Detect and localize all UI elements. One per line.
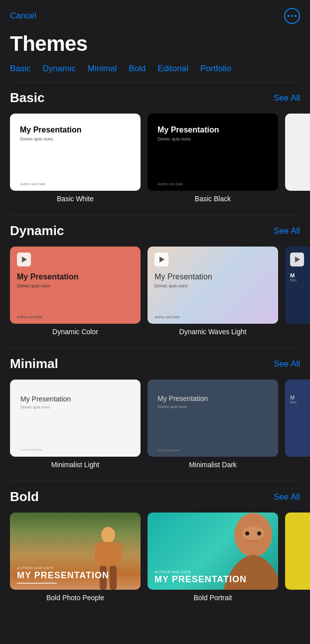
tab-basic[interactable]: Basic <box>10 64 31 74</box>
bold-people-line <box>17 583 57 584</box>
bold-portrait-title: MY PRESENTATION <box>155 575 247 584</box>
bold-portrait-label: Bold Portrait <box>193 594 232 602</box>
dynamic-dark-partial-card[interactable]: M Don <box>285 247 310 336</box>
basic-black-thumb-sub: Donec quis nunc <box>157 136 268 141</box>
minimalist-light-thumb: My Presentation Donec quis nunc Author a… <box>10 380 141 457</box>
minimalist-partial-thumb: M Don <box>285 380 310 457</box>
bold-cards-row: Author and Date MY PRESENTATION Bold Pho… <box>0 513 310 602</box>
dynamic-waves-light-card[interactable]: My Presentation Donec quis nunc Author a… <box>148 247 278 336</box>
cancel-button[interactable]: Cancel <box>10 11 36 21</box>
section-basic: Basic See All My Presentation Donec quis… <box>0 82 310 215</box>
dynamic-color-card[interactable]: My Presentation Donec quis nunc Author a… <box>10 247 141 336</box>
minimal-cards-row: My Presentation Donec quis nunc Author a… <box>0 380 310 469</box>
basic-white-thumb-footer: Author and Date <box>20 182 45 186</box>
dynamic-color-thumb: My Presentation Donec quis nunc Author a… <box>10 247 141 324</box>
play-triangle-icon <box>22 257 27 262</box>
tab-minimal[interactable]: Minimal <box>88 64 117 74</box>
tab-bold[interactable]: Bold <box>129 64 146 74</box>
dynamic-see-all[interactable]: See All <box>274 226 300 236</box>
minimalist-partial-thumb-sub: Don <box>290 400 310 404</box>
minimalist-light-card[interactable]: My Presentation Donec quis nunc Author a… <box>10 380 141 469</box>
basic-white-card[interactable]: My Presentation Donec quis nunc Author a… <box>10 114 141 203</box>
dynamic-color-thumb-title: My Presentation <box>17 272 134 281</box>
tab-editorial[interactable]: Editorial <box>157 64 188 74</box>
svg-rect-2 <box>95 543 102 563</box>
minimalist-light-thumb-sub: Donec quis nunc <box>20 405 130 409</box>
bold-portrait-card[interactable]: Author and Date MY PRESENTATION Bold Por… <box>148 513 278 602</box>
minimalist-partial-card[interactable]: M Don <box>285 380 310 469</box>
dynamic-waves-thumb-footer: Author and Date <box>155 315 180 319</box>
basic-white-label: Basic White <box>57 195 94 203</box>
page-title: Themes <box>0 28 310 64</box>
basic-black-label: Basic Black <box>195 195 231 203</box>
basic-black-thumb-title: My Presentation <box>157 126 268 134</box>
bold-people-thumb: Author and Date MY PRESENTATION <box>10 513 141 590</box>
svg-rect-1 <box>100 542 117 567</box>
minimalist-dark-label: Minimalist Dark <box>189 461 237 469</box>
basic-white-thumb-title: My Presentation <box>20 126 131 134</box>
bold-portrait-meta: Author and Date <box>155 570 247 574</box>
minimalist-dark-thumb-title: My Presentation <box>157 394 268 402</box>
bold-people-meta: Author and Date <box>17 566 109 570</box>
minimalist-light-thumb-title: My Presentation <box>20 395 130 403</box>
svg-rect-5 <box>110 566 117 590</box>
dynamic-color-label: Dynamic Color <box>52 328 98 336</box>
section-dynamic-title: Dynamic <box>10 223 64 239</box>
dynamic-waves-thumb-title: My Presentation <box>155 272 271 281</box>
minimalist-dark-thumb-footer: Author and Date <box>157 449 179 452</box>
dynamic-dark-thumb-title: M <box>290 272 310 278</box>
section-minimal-header: Minimal See All <box>0 356 310 380</box>
category-tabs: Basic Dynamic Minimal Bold Editorial Por… <box>0 64 310 82</box>
bold-portrait-text: Author and Date MY PRESENTATION <box>155 570 247 584</box>
minimalist-dark-thumb-sub: Donec quis nunc <box>157 404 268 409</box>
basic-partial-card[interactable] <box>285 114 310 203</box>
dynamic-dark-partial-thumb: M Don <box>285 247 310 324</box>
section-dynamic: Dynamic See All My Presentation Donec qu… <box>0 215 310 348</box>
basic-see-all[interactable]: See All <box>274 93 300 103</box>
section-bold: Bold See All Author and Date MY PRESENTA… <box>0 481 310 614</box>
svg-rect-3 <box>115 543 122 563</box>
tab-dynamic[interactable]: Dynamic <box>43 64 76 74</box>
more-dots-icon <box>288 15 297 17</box>
bold-people-card[interactable]: Author and Date MY PRESENTATION Bold Pho… <box>10 513 141 602</box>
basic-black-thumb-footer: Author and Date <box>157 182 183 186</box>
app-header: Cancel <box>0 0 310 28</box>
bold-partial-card[interactable] <box>285 513 310 602</box>
more-options-button[interactable] <box>284 8 300 24</box>
dynamic-color-thumb-footer: Author and Date <box>17 315 42 319</box>
dynamic-waves-thumb-sub: Donec quis nunc <box>155 283 271 288</box>
tab-portfolio[interactable]: Portfolio <box>200 64 231 74</box>
play-triangle-icon-2 <box>159 257 164 262</box>
minimalist-dark-thumb: My Presentation Donec quis nunc Author a… <box>148 380 278 457</box>
minimalist-dark-card[interactable]: My Presentation Donec quis nunc Author a… <box>148 380 278 469</box>
minimalist-light-thumb-footer: Author and Date <box>20 448 42 451</box>
basic-white-thumb-sub: Donec quis nunc <box>20 136 131 141</box>
bold-partial-thumb <box>285 513 310 590</box>
section-dynamic-header: Dynamic See All <box>0 223 310 247</box>
section-basic-title: Basic <box>10 90 44 106</box>
svg-point-9 <box>257 531 261 535</box>
bold-see-all[interactable]: See All <box>274 492 300 502</box>
svg-point-0 <box>101 527 115 543</box>
section-bold-title: Bold <box>10 489 39 505</box>
dynamic-waves-play-btn <box>155 253 168 266</box>
section-bold-header: Bold See All <box>0 489 310 513</box>
play-triangle-icon-3 <box>295 257 300 262</box>
basic-white-thumb: My Presentation Donec quis nunc Author a… <box>10 114 141 191</box>
dynamic-cards-row: My Presentation Donec quis nunc Author a… <box>0 247 310 336</box>
basic-black-thumb: My Presentation Donec quis nunc Author a… <box>148 114 278 191</box>
minimal-see-all[interactable]: See All <box>274 359 300 369</box>
basic-cards-row: My Presentation Donec quis nunc Author a… <box>0 114 310 203</box>
svg-point-8 <box>245 531 249 535</box>
section-minimal: Minimal See All My Presentation Donec qu… <box>0 348 310 481</box>
section-minimal-title: Minimal <box>10 356 58 372</box>
dynamic-dark-thumb-sub: Don <box>290 278 310 282</box>
bold-people-label: Bold Photo People <box>46 594 104 602</box>
bold-portrait-thumb: Author and Date MY PRESENTATION <box>148 513 278 590</box>
dynamic-waves-label: Dynamic Waves Light <box>179 328 247 336</box>
dynamic-color-thumb-sub: Donec quis nunc <box>17 283 134 288</box>
basic-black-card[interactable]: My Presentation Donec quis nunc Author a… <box>148 114 278 203</box>
dynamic-color-play-btn <box>17 253 31 266</box>
dynamic-dark-play-btn <box>290 253 304 266</box>
dynamic-waves-light-thumb: My Presentation Donec quis nunc Author a… <box>148 247 278 324</box>
